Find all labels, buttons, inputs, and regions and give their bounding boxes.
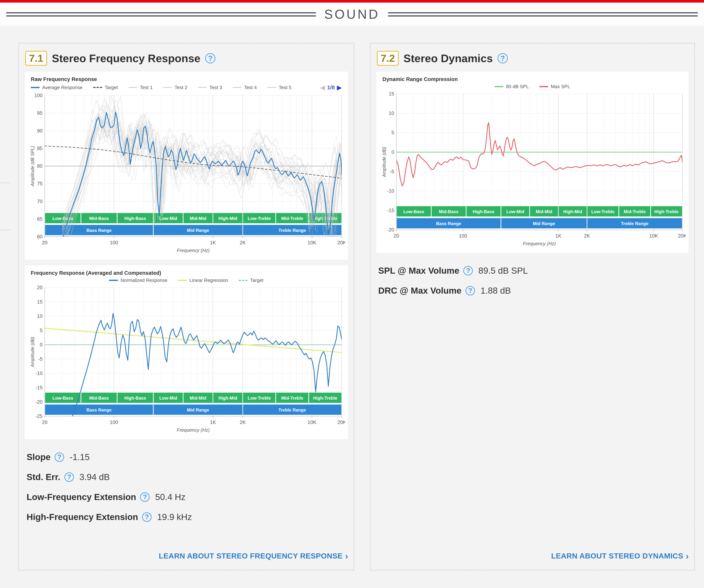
stat-row-high-frequency-extension: High-Frequency Extension ? 19.9 kHz	[26, 512, 348, 522]
legend-label: Max SPL	[551, 84, 570, 90]
svg-text:Low-Mid: Low-Mid	[159, 396, 177, 401]
help-icon[interactable]: ?	[466, 286, 475, 295]
legend-swatch	[31, 87, 40, 88]
svg-text:Mid-Mid: Mid-Mid	[190, 396, 207, 401]
help-icon[interactable]: ?	[64, 472, 74, 482]
page-edge-mark	[0, 182, 11, 183]
svg-text:-5: -5	[38, 356, 43, 362]
help-icon[interactable]: ?	[55, 452, 64, 462]
svg-text:Low-Treble: Low-Treble	[248, 216, 271, 221]
chevron-right-icon: ›	[345, 552, 348, 560]
legend-item[interactable]: Target	[93, 85, 118, 91]
test-number-badge: 7.2	[377, 51, 399, 66]
stat-label: High-Frequency Extension	[26, 512, 138, 522]
help-icon[interactable]: ?	[205, 53, 216, 63]
pager-page-indicator: 1/8	[327, 84, 335, 91]
svg-text:10: 10	[389, 111, 394, 116]
help-icon[interactable]: ?	[142, 512, 152, 522]
stat-row-drc-max-volume: DRC @ Max Volume ? 1.88 dB	[378, 286, 689, 296]
legend-item[interactable]: Test 1	[128, 85, 153, 91]
stat-row-std-err: Std. Err. ? 3.94 dB	[26, 472, 348, 482]
svg-text:85: 85	[37, 146, 43, 151]
svg-text:1K: 1K	[210, 240, 216, 245]
svg-text:Bass Range: Bass Range	[86, 228, 111, 233]
svg-text:1K: 1K	[210, 420, 216, 425]
svg-text:Mid-Bass: Mid-Bass	[89, 216, 109, 221]
help-icon[interactable]: ?	[497, 53, 508, 63]
svg-text:High-Treble: High-Treble	[654, 209, 679, 214]
legend-item[interactable]: Test 4	[233, 85, 257, 91]
chart-card-dynamic-range-compression: Dynamic Range Compression 80 dB SPLMax S…	[376, 71, 689, 253]
svg-text:High-Treble: High-Treble	[313, 396, 337, 401]
svg-text:Mid Range: Mid Range	[187, 407, 209, 412]
chart-title: Frequency Response (Averaged and Compens…	[31, 270, 343, 276]
test-title: Stereo Dynamics	[404, 52, 493, 65]
help-icon[interactable]: ?	[140, 492, 150, 502]
svg-text:Low-Treble: Low-Treble	[591, 209, 614, 214]
legend-label: Linear Regression	[189, 278, 228, 283]
legend-label: Test 4	[244, 85, 257, 91]
legend-label: Target	[250, 278, 263, 283]
svg-text:15: 15	[389, 91, 394, 97]
pager-next-icon[interactable]: ▶	[337, 84, 342, 91]
learn-link-label: LEARN ABOUT STEREO FREQUENCY RESPONSE	[159, 552, 343, 560]
svg-text:2K: 2K	[240, 240, 246, 245]
pager-prev-icon[interactable]: ◀	[320, 84, 325, 91]
legend-item[interactable]: Average Response	[31, 85, 83, 91]
legend-swatch	[267, 87, 276, 88]
legend-item[interactable]: Test 3	[198, 85, 222, 91]
svg-text:20: 20	[37, 285, 43, 290]
legend-label: Target	[105, 85, 118, 91]
svg-text:-15: -15	[387, 208, 394, 213]
svg-text:Frequency (Hz): Frequency (Hz)	[177, 427, 210, 433]
svg-text:Mid-Mid: Mid-Mid	[536, 209, 552, 214]
legend-item[interactable]: Target	[239, 278, 263, 283]
legend-label: Test 1	[140, 85, 153, 91]
svg-text:-10: -10	[36, 371, 43, 376]
svg-text:-25: -25	[36, 413, 43, 419]
dynamic-range-compression-chart: Low-BassMid-BassHigh-BassLow-MidMid-MidH…	[381, 91, 686, 248]
chart-card-compensated-frequency-response: Frequency Response (Averaged and Compens…	[24, 265, 348, 439]
legend-swatch	[178, 280, 187, 281]
legend-item[interactable]: Linear Regression	[178, 278, 228, 283]
test-box-stereo-frequency-response: 7.1 Stereo Frequency Response ? Raw Freq…	[18, 43, 354, 571]
legend-item[interactable]: Normalized Response	[109, 278, 167, 283]
chart-pager: ◀ 1/8 ▶	[320, 84, 342, 91]
legend-item[interactable]: 80 dB SPL	[494, 84, 529, 90]
stat-value: 1.88 dB	[480, 286, 511, 296]
legend-item[interactable]: Test 5	[267, 85, 291, 91]
svg-text:Mid-Treble: Mid-Treble	[281, 216, 303, 221]
raw-frequency-response-chart: Low-BassMid-BassHigh-BassLow-MidMid-MidH…	[30, 93, 345, 255]
test-title: Stereo Frequency Response	[52, 52, 200, 65]
learn-link-label: LEARN ABOUT STEREO DYNAMICS	[551, 552, 683, 560]
section-header: SOUND	[0, 3, 704, 26]
help-icon[interactable]: ?	[463, 266, 473, 276]
stat-label: Low-Frequency Extension	[26, 492, 136, 502]
section-title: SOUND	[324, 7, 380, 22]
learn-about-stereo-frequency-response-link[interactable]: LEARN ABOUT STEREO FREQUENCY RESPONSE ›	[159, 552, 348, 563]
stat-label: Slope	[26, 452, 51, 462]
svg-text:20K: 20K	[337, 240, 345, 245]
test-box-stereo-dynamics: 7.2 Stereo Dynamics ? Dynamic Range Comp…	[370, 43, 695, 571]
test-header: 7.1 Stereo Frequency Response ?	[25, 51, 348, 66]
stat-value: 3.94 dB	[79, 472, 110, 482]
svg-text:High-Bass: High-Bass	[473, 209, 494, 214]
svg-text:10: 10	[37, 313, 43, 319]
svg-text:High-Mid: High-Mid	[218, 396, 237, 401]
learn-about-stereo-dynamics-link[interactable]: LEARN ABOUT STEREO DYNAMICS ›	[551, 552, 689, 563]
svg-text:High-Mid: High-Mid	[563, 209, 582, 214]
svg-text:80: 80	[37, 163, 43, 169]
svg-text:Low-Mid: Low-Mid	[159, 216, 177, 221]
compensated-frequency-response-chart: Low-BassMid-BassHigh-BassLow-MidMid-MidH…	[30, 285, 345, 434]
legend-item[interactable]: Test 2	[163, 85, 187, 91]
stat-row-spl-max-volume: SPL @ Max Volume ? 89.5 dB SPL	[378, 266, 689, 276]
legend-swatch	[93, 87, 102, 88]
svg-text:15: 15	[37, 299, 43, 305]
svg-text:Amplitude (dB SPL): Amplitude (dB SPL)	[30, 146, 35, 187]
header-rule-right	[388, 10, 698, 18]
legend-item[interactable]: Max SPL	[539, 84, 570, 90]
chart-title: Dynamic Range Compression	[383, 76, 684, 82]
svg-text:High-Mid: High-Mid	[218, 216, 237, 221]
chart-legend: 80 dB SPLMax SPL	[383, 84, 682, 90]
svg-text:-20: -20	[387, 227, 394, 233]
